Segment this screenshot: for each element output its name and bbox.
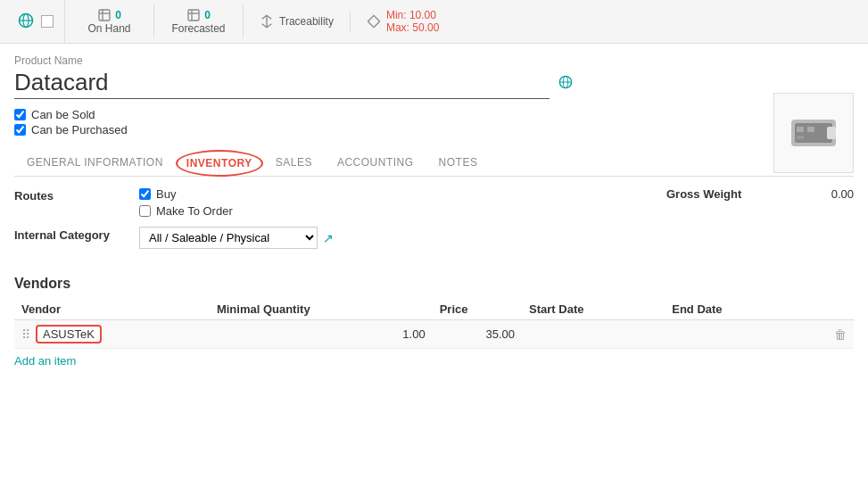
forecasted-label: Forecasted: [171, 22, 225, 35]
svg-rect-6: [188, 10, 199, 21]
price-cell: 35.00: [433, 320, 522, 349]
gross-weight-section: Gross Weight 0.00: [666, 187, 854, 201]
internal-category-select[interactable]: All / Saleable / Physical: [139, 227, 318, 249]
tab-notes[interactable]: NOTES: [426, 149, 491, 176]
internal-category-row: Internal Category All / Saleable / Physi…: [14, 227, 854, 249]
vendor-col-header: Vendor: [14, 299, 210, 320]
routes-row: Routes Buy Make To Order Gross Weight 0.…: [14, 187, 854, 218]
table-row[interactable]: ⠿ ASUSTeK 1.00 35.00 🗑: [14, 320, 854, 349]
vendor-cell: ⠿ ASUSTeK: [14, 320, 210, 349]
on-hand-button[interactable]: 0 On Hand: [65, 4, 154, 38]
product-title[interactable]: Datacard: [14, 69, 550, 99]
globe-area[interactable]: [7, 0, 65, 43]
buy-checkbox[interactable]: [139, 188, 151, 200]
product-image: [773, 93, 854, 173]
tab-general-information[interactable]: GENERAL INFORMATION: [14, 149, 176, 176]
select-container: All / Saleable / Physical ↗: [139, 227, 854, 249]
product-title-row: Datacard: [14, 69, 854, 99]
can-be-sold-row: Can be Sold: [14, 108, 854, 121]
traceability-button[interactable]: Traceability: [244, 11, 351, 32]
can-be-sold-label: Can be Sold: [31, 108, 95, 121]
buy-route: Buy: [139, 187, 613, 201]
tab-inventory[interactable]: INVENTORY: [176, 150, 263, 177]
svg-rect-12: [827, 127, 836, 139]
traceability-label: Traceability: [279, 15, 334, 28]
minimal-quantity-cell: 1.00: [210, 320, 433, 349]
vendors-title: Vendors: [14, 276, 854, 292]
can-be-sold-checkbox[interactable]: [14, 109, 26, 120]
vendor-name[interactable]: ASUSTeK: [36, 325, 102, 343]
vendors-table: Vendor Minimal Quantity Price Start Date…: [14, 299, 854, 349]
forecasted-count: 0: [204, 9, 211, 21]
make-to-order-label: Make To Order: [156, 204, 233, 218]
form-section: Routes Buy Make To Order Gross Weight 0.…: [14, 177, 854, 269]
can-be-purchased-row: Can be Purchased: [14, 123, 854, 137]
can-be-purchased-label: Can be Purchased: [31, 123, 128, 137]
on-hand-label: On Hand: [87, 22, 130, 35]
end-date-col-header: End Date: [665, 299, 798, 320]
internal-category-field: All / Saleable / Physical ↗: [139, 227, 854, 249]
product-globe-icon[interactable]: [558, 75, 573, 93]
tabs: GENERAL INFORMATION INVENTORY SALES ACCO…: [14, 149, 854, 177]
delete-cell: 🗑: [798, 320, 854, 349]
svg-rect-3: [99, 10, 110, 21]
can-be-purchased-checkbox[interactable]: [14, 124, 26, 136]
gross-weight-value[interactable]: 0.00: [782, 187, 854, 201]
globe-icon: [18, 12, 34, 31]
svg-rect-13: [797, 127, 804, 132]
end-date-cell: [665, 320, 798, 349]
external-link-icon[interactable]: ↗: [323, 231, 334, 245]
svg-rect-15: [797, 136, 804, 139]
minmax-button[interactable]: Min: 10.00 Max: 50.00: [351, 5, 455, 37]
max-value: 50.00: [412, 21, 439, 34]
start-date-col-header: Start Date: [522, 299, 665, 320]
svg-rect-14: [807, 127, 814, 132]
routes-label: Routes: [14, 187, 139, 203]
make-to-order-route: Make To Order: [139, 204, 613, 218]
drag-handle-icon[interactable]: ⠿: [21, 327, 30, 342]
actions-col-header: [798, 299, 854, 320]
buy-label: Buy: [156, 187, 176, 201]
minmax-values: Min: 10.00 Max: 50.00: [386, 9, 439, 34]
tab-sales[interactable]: SALES: [263, 149, 325, 176]
vendors-section: Vendors Vendor Minimal Quantity Price St…: [14, 276, 854, 368]
start-date-cell: [522, 320, 665, 349]
min-value: 10.00: [409, 9, 436, 21]
minimal-quantity-col-header: Minimal Quantity: [210, 299, 433, 320]
gross-weight-label: Gross Weight: [666, 187, 782, 201]
add-item-link[interactable]: Add an item: [14, 354, 76, 368]
product-name-label: Product Name: [14, 54, 854, 67]
internal-category-label: Internal Category: [14, 227, 139, 242]
on-hand-count: 0: [115, 9, 121, 21]
routes-checkboxes: Buy Make To Order: [139, 187, 613, 218]
max-label: Max:: [386, 21, 409, 34]
routes-field: Buy Make To Order: [139, 187, 613, 218]
min-label: Min:: [386, 9, 407, 21]
forecasted-button[interactable]: 0 Forecasted: [154, 4, 244, 38]
product-checkboxes: Can be Sold Can be Purchased: [14, 108, 854, 137]
toolbar: 0 On Hand 0 Forecasted Traceability: [0, 0, 868, 44]
svg-rect-11: [795, 123, 832, 143]
price-col-header: Price: [433, 299, 522, 320]
vendors-table-header: Vendor Minimal Quantity Price Start Date…: [14, 299, 854, 320]
tab-accounting[interactable]: ACCOUNTING: [325, 149, 426, 176]
toolbar-checkbox[interactable]: [41, 15, 54, 28]
make-to-order-checkbox[interactable]: [139, 205, 151, 217]
delete-icon[interactable]: 🗑: [834, 327, 847, 342]
